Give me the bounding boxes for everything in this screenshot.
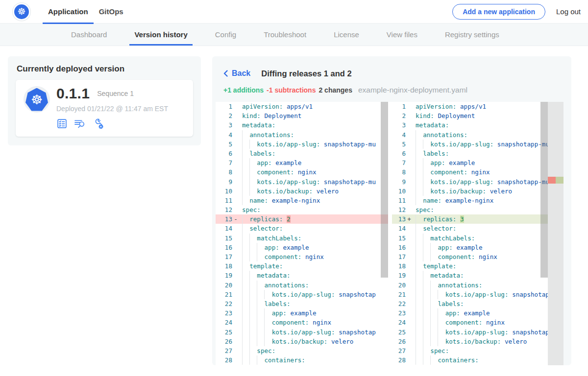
code-line[interactable]: 25kots.io/app-slug: snapshotap	[216, 328, 388, 337]
code-line[interactable]: 12spec:	[216, 205, 388, 214]
code-line[interactable]: 12spec:	[392, 205, 548, 214]
code-line[interactable]: 17component: nginx	[216, 252, 388, 261]
diff-sign	[406, 158, 413, 167]
code-line[interactable]: 5kots.io/app-slug: snapshotapp-mu	[216, 140, 388, 149]
code-line[interactable]: 18template:	[216, 261, 388, 271]
subnav-item-view-files[interactable]: View files	[382, 24, 422, 46]
diff-sign	[232, 318, 239, 327]
indent-guide	[416, 140, 423, 149]
code-line[interactable]: 10kots.io/backup: velero	[216, 187, 388, 196]
code-text: template:	[239, 261, 388, 271]
subnav-item-troubleshoot[interactable]: Troubleshoot	[259, 24, 311, 46]
code-line[interactable]: 19metadata:	[392, 271, 548, 280]
diff-sign	[232, 261, 239, 271]
yaml-value: example	[456, 244, 482, 251]
code-line[interactable]: 13-replicas: 2	[216, 214, 388, 224]
code-line[interactable]: 8component: nginx	[392, 167, 548, 177]
code-line[interactable]: 11name: example-nginx	[216, 196, 388, 205]
logout-link[interactable]: Log out	[556, 7, 581, 16]
top-tab-gitops[interactable]: GitOps	[94, 0, 129, 24]
indent-guide	[242, 328, 249, 337]
diff-overview-ruler[interactable]	[548, 102, 564, 365]
indent-guide	[249, 299, 257, 308]
code-line[interactable]: 1apiVersion: apps/v1	[216, 102, 388, 111]
code-line[interactable]: 24component: nginx	[216, 318, 388, 327]
code-line[interactable]: 25kots.io/app-slug: snapshotap	[392, 328, 548, 337]
subnav-item-config[interactable]: Config	[210, 24, 241, 46]
code-line[interactable]: 4annotations:	[392, 130, 548, 140]
indent-guide	[423, 318, 430, 327]
yaml-key: app:	[445, 309, 460, 317]
code-line[interactable]: 20annotations:	[216, 281, 388, 290]
diff-sign	[406, 149, 413, 158]
kubernetes-logo-icon: ☸	[13, 3, 30, 21]
top-tab-application[interactable]: Application	[43, 0, 94, 24]
code-line[interactable]: 16app: example	[216, 243, 388, 252]
code-line[interactable]: 23app: example	[392, 308, 548, 318]
code-line[interactable]: 13+replicas: 3	[392, 214, 548, 224]
code-line[interactable]: 17component: nginx	[392, 252, 548, 261]
code-line[interactable]: 6labels:	[392, 149, 548, 158]
editor-scrollbar[interactable]	[381, 102, 388, 278]
code-line[interactable]: 21kots.io/app-slug: snapshotap	[216, 290, 388, 299]
code-line[interactable]: 21kots.io/app-slug: snapshotap	[392, 290, 548, 299]
code-line[interactable]: 26kots.io/backup: velero	[216, 337, 388, 346]
code-line[interactable]: 2kind: Deployment	[216, 111, 388, 120]
code-line[interactable]: 26kots.io/backup: velero	[392, 337, 548, 346]
code-line[interactable]: 10kots.io/backup: velero	[392, 187, 548, 196]
subnav-item-registry-settings[interactable]: Registry settings	[440, 24, 504, 46]
code-line[interactable]: 2kind: Deployment	[392, 111, 548, 120]
view-logs-icon[interactable]	[74, 118, 86, 129]
subnav-item-dashboard[interactable]: Dashboard	[66, 24, 112, 46]
edit-config-icon[interactable]	[92, 118, 104, 129]
yaml-key: kots.io/backup:	[430, 188, 486, 195]
checklist-icon[interactable]	[56, 118, 68, 129]
code-line[interactable]: 19metadata:	[216, 271, 388, 280]
line-number: 27	[392, 346, 406, 355]
code-line[interactable]: 9kots.io/app-slug: snapshotapp-mu	[392, 177, 548, 187]
code-line[interactable]: 5kots.io/app-slug: snapshotapp-mu	[392, 140, 548, 149]
subnav-item-license[interactable]: License	[329, 24, 364, 46]
code-line[interactable]: 22labels:	[216, 299, 388, 308]
code-line[interactable]: 7app: example	[392, 158, 548, 167]
app-subnav: DashboardVersion historyConfigTroublesho…	[0, 24, 588, 46]
code-line[interactable]: 15matchLabels:	[216, 234, 388, 243]
code-line[interactable]: 20annotations:	[392, 281, 548, 290]
subnav-item-version-history[interactable]: Version history	[129, 24, 192, 46]
code-line[interactable]: 8component: nginx	[216, 167, 388, 177]
code-line[interactable]: 14selector:	[216, 224, 388, 233]
version-info: 0.1.1 Sequence 1 Deployed 01/21/22 @ 11:…	[56, 86, 168, 129]
code-line[interactable]: 28containers:	[392, 355, 548, 365]
code-line[interactable]: 22labels:	[392, 299, 548, 308]
code-line[interactable]: 9kots.io/app-slug: snapshotapp-mu	[216, 177, 388, 187]
back-link[interactable]: Back	[223, 69, 250, 78]
code-line[interactable]: 27spec:	[216, 346, 388, 355]
indent-guide	[249, 281, 257, 290]
code-line[interactable]: 23app: example	[216, 308, 388, 318]
diff-sign	[232, 308, 239, 318]
code-line[interactable]: 28containers:	[216, 355, 388, 365]
code-line[interactable]: 15matchLabels:	[392, 234, 548, 243]
code-line[interactable]: 11name: example-nginx	[392, 196, 548, 205]
indent-guide	[264, 337, 271, 346]
code-line[interactable]: 1apiVersion: apps/v1	[392, 102, 548, 111]
code-line[interactable]: 24component: nginx	[392, 318, 548, 327]
code-line[interactable]: 3metadata:	[216, 120, 388, 130]
code-text: kind: Deployment	[413, 111, 548, 120]
diff-title: Diffing releases 1 and 2	[261, 69, 351, 78]
version-number: 0.1.1	[56, 85, 90, 102]
yaml-key: kind:	[242, 112, 261, 119]
code-line[interactable]: 14selector:	[392, 224, 548, 233]
code-line[interactable]: 7app: example	[216, 158, 388, 167]
code-line[interactable]: 3metadata:	[392, 120, 548, 130]
code-line[interactable]: 18template:	[392, 261, 548, 271]
editor-scrollbar[interactable]	[540, 102, 548, 278]
add-application-button[interactable]: Add a new application	[452, 4, 545, 20]
diff-sign	[232, 205, 239, 214]
code-line[interactable]: 6labels:	[216, 149, 388, 158]
code-line[interactable]: 16app: example	[392, 243, 548, 252]
code-line[interactable]: 27spec:	[392, 346, 548, 355]
code-line[interactable]: 4annotations:	[216, 130, 388, 140]
diff-sign	[406, 234, 413, 243]
code-text: labels:	[413, 149, 548, 158]
